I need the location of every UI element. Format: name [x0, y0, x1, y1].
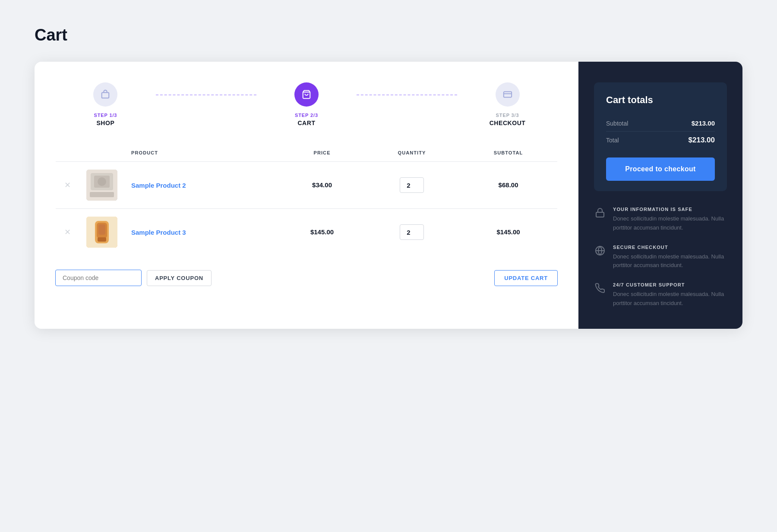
trust-safe-desc: Donec sollicitudin molestie malesuada. N… [613, 214, 727, 233]
coupon-input[interactable] [55, 270, 142, 286]
step-shop: STEP 1/3 SHOP [55, 82, 156, 126]
trust-safe-title: YOUR INFORMATION IS SAFE [613, 207, 727, 212]
svg-rect-2 [503, 92, 511, 98]
cart-sidebar: Cart totals Subtotal $213.00 Total $213.… [578, 62, 742, 329]
remove-item-2[interactable]: ✕ [63, 226, 73, 239]
svg-rect-8 [90, 192, 114, 197]
step1-label-main: SHOP [96, 120, 114, 126]
step3-label-top: STEP 3/3 [496, 113, 519, 118]
step-checkout: STEP 3/3 CHECKOUT [457, 82, 558, 126]
product-link-1[interactable]: Sample Product 2 [131, 182, 273, 189]
cart-main: STEP 1/3 SHOP STEP 2/3 CART [35, 62, 578, 329]
total-label: Total [606, 137, 619, 144]
col-price: PRICE [280, 144, 364, 162]
product-image-2 [86, 217, 117, 248]
phone-icon [594, 283, 606, 296]
quantity-input-1[interactable] [400, 177, 424, 193]
svg-point-7 [98, 177, 106, 186]
step1-label-top: STEP 1/3 [94, 113, 117, 118]
update-cart-button[interactable]: UPDATE CART [494, 270, 558, 286]
step3-label-main: CHECKOUT [490, 120, 526, 126]
svg-rect-13 [98, 224, 105, 235]
step-cart: STEP 2/3 CART [256, 82, 357, 126]
step-cart-circle [294, 82, 319, 107]
trust-secure-title: SECURE CHECKOUT [613, 245, 727, 250]
step-checkout-circle [496, 82, 520, 107]
total-value: $213.00 [689, 136, 715, 145]
step-shop-circle [93, 82, 117, 107]
cart-totals-box: Cart totals Subtotal $213.00 Total $213.… [594, 82, 727, 191]
cart-totals-title: Cart totals [606, 94, 715, 106]
product-link-2[interactable]: Sample Product 3 [131, 229, 273, 236]
col-remove [56, 144, 80, 162]
remove-item-1[interactable]: ✕ [63, 179, 73, 192]
product-subtotal-1: $68.00 [499, 181, 518, 189]
subtotal-row: Subtotal $213.00 [606, 115, 715, 132]
stepper: STEP 1/3 SHOP STEP 2/3 CART [55, 82, 558, 126]
subtotal-value: $213.00 [692, 120, 715, 127]
total-row: Total $213.00 [606, 132, 715, 149]
product-price-1: $34.00 [312, 181, 332, 189]
lock-icon [594, 208, 606, 220]
trust-item-support: 24/7 CUSTOMER SUPPORT Donec sollicitudin… [594, 282, 727, 308]
cart-table: PRODUCT PRICE QUANTITY SUBTOTAL ✕ [55, 144, 558, 256]
trust-item-secure: SECURE CHECKOUT Donec sollicitudin moles… [594, 245, 727, 271]
col-subtotal: SUBTOTAL [459, 144, 557, 162]
product-image-1 [86, 170, 117, 201]
subtotal-label: Subtotal [606, 120, 628, 127]
step2-label-top: STEP 2/3 [295, 113, 318, 118]
col-image [79, 144, 124, 162]
page-title: Cart [35, 26, 742, 44]
step2-label-main: CART [297, 120, 315, 126]
trust-support-title: 24/7 CUSTOMER SUPPORT [613, 282, 727, 287]
connector-2 [357, 94, 457, 95]
svg-rect-14 [596, 212, 604, 217]
checkout-button[interactable]: Proceed to checkout [606, 157, 715, 181]
svg-rect-0 [102, 92, 109, 98]
connector-1 [156, 94, 256, 95]
product-subtotal-2: $145.00 [496, 228, 520, 236]
trust-items: YOUR INFORMATION IS SAFE Donec sollicitu… [594, 207, 727, 308]
quantity-input-2[interactable] [400, 224, 424, 240]
globe-icon [594, 246, 606, 258]
col-quantity: QUANTITY [364, 144, 459, 162]
cart-wrapper: STEP 1/3 SHOP STEP 2/3 CART [35, 62, 742, 329]
trust-secure-desc: Donec sollicitudin molestie malesuada. N… [613, 252, 727, 271]
apply-coupon-button[interactable]: APPLY COUPON [147, 270, 212, 286]
trust-support-desc: Donec sollicitudin molestie malesuada. N… [613, 290, 727, 308]
table-row: ✕ S [56, 162, 558, 209]
table-row: ✕ S [56, 209, 558, 256]
svg-rect-12 [98, 237, 106, 242]
trust-item-safe: YOUR INFORMATION IS SAFE Donec sollicitu… [594, 207, 727, 233]
product-price-2: $145.00 [310, 228, 334, 236]
col-product: PRODUCT [124, 144, 280, 162]
coupon-row: APPLY COUPON UPDATE CART [55, 270, 558, 286]
